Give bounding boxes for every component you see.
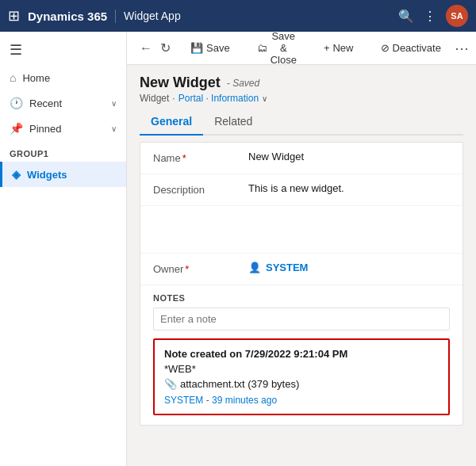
owner-name: SYSTEM	[266, 262, 308, 273]
toolbar-more-icon[interactable]: ⋯	[451, 36, 472, 60]
more-icon[interactable]: ⋮	[424, 9, 436, 24]
sidebar-item-pinned-label: Pinned	[29, 123, 61, 135]
attachment-filename[interactable]: attachment.txt (379 bytes)	[180, 378, 299, 390]
pin-icon: 📌	[10, 122, 23, 135]
deactivate-button[interactable]: ⊘ Deactivate	[374, 38, 448, 58]
chevron-down-icon: ∨	[111, 99, 117, 108]
search-icon[interactable]: 🔍	[398, 9, 414, 24]
deactivate-icon: ⊘	[381, 42, 390, 54]
main-layout: ☰ ⌂ Home 🕐 Recent ∨ 📌 Pinned ∨ Group1 ◈ …	[0, 32, 476, 466]
breadcrumb-part2[interactable]: Portal · Information	[178, 93, 259, 104]
refresh-button[interactable]: ↻	[157, 37, 174, 59]
main-content: ← ↻ 💾 Save 🗂 Save & Close + New ⊘ Deacti…	[127, 32, 476, 466]
owner-label: Owner*	[153, 262, 248, 275]
note-date: Note created on 7/29/2022 9:21:04 PM	[164, 348, 439, 360]
note-time-ago[interactable]: 39 minutes ago	[212, 395, 277, 406]
note-card: Note created on 7/29/2022 9:21:04 PM *WE…	[153, 338, 450, 415]
home-icon: ⌂	[10, 71, 16, 84]
group-label: Group1	[0, 141, 126, 162]
widgets-icon: ◈	[12, 168, 21, 181]
app-name: Widget App	[124, 10, 390, 22]
note-footer: SYSTEM - 39 minutes ago	[164, 395, 439, 406]
record-header: New Widget - Saved Widget · Portal · Inf…	[140, 74, 463, 104]
record-title-row: New Widget - Saved	[140, 74, 463, 91]
owner-person-icon: 👤	[248, 262, 261, 273]
sidebar-item-home[interactable]: ⌂ Home	[0, 65, 126, 90]
hamburger-icon[interactable]: ☰	[0, 35, 126, 65]
breadcrumb-chevron-icon[interactable]: ∨	[262, 94, 267, 103]
topbar-icons: 🔍 ⋮ SA	[398, 5, 468, 27]
save-button[interactable]: 💾 Save	[183, 38, 237, 58]
attachment-icon: 📎	[164, 378, 177, 390]
back-button[interactable]: ←	[136, 38, 155, 59]
save-close-label: Save & Close	[271, 32, 297, 66]
note-separator: -	[206, 395, 212, 406]
deactivate-label: Deactivate	[393, 42, 441, 54]
sidebar-item-widgets-label: Widgets	[27, 169, 67, 181]
record-saved-status: - Saved	[227, 78, 259, 89]
sidebar-item-recent[interactable]: 🕐 Recent ∨	[0, 90, 126, 116]
name-required-indicator: *	[182, 152, 186, 164]
owner-required-indicator: *	[185, 263, 189, 275]
top-navigation-bar: ⊞ Dynamics 365 Widget App 🔍 ⋮ SA	[0, 0, 476, 32]
form-row-name: Name* New Widget	[140, 143, 463, 174]
sidebar-item-widgets[interactable]: ◈ Widgets	[0, 162, 126, 187]
breadcrumb-sep: ·	[172, 93, 175, 104]
name-value[interactable]: New Widget	[248, 151, 450, 162]
tab-related[interactable]: Related	[203, 110, 263, 136]
save-close-icon: 🗂	[257, 42, 267, 54]
app-title: Dynamics 365	[28, 10, 116, 23]
new-button[interactable]: + New	[317, 38, 361, 58]
notes-section-label: NOTES	[153, 293, 450, 303]
note-attachment-row: 📎 attachment.txt (379 bytes)	[164, 378, 439, 390]
description-label: Description	[153, 182, 248, 196]
sidebar-item-home-label: Home	[22, 72, 50, 84]
form-row-owner: Owner* 👤 SYSTEM	[140, 254, 463, 285]
form-card: Name* New Widget Description This is a n…	[140, 142, 463, 426]
form-row-description: Description This is a new widget.	[140, 174, 463, 206]
sidebar-item-pinned[interactable]: 📌 Pinned ∨	[0, 116, 126, 141]
save-icon: 💾	[190, 42, 203, 54]
record-title: New Widget	[140, 74, 221, 91]
toolbar: ← ↻ 💾 Save 🗂 Save & Close + New ⊘ Deacti…	[127, 32, 476, 65]
empty-row	[140, 206, 463, 254]
breadcrumb-part1: Widget	[140, 93, 169, 104]
chevron-down-icon-2: ∨	[111, 124, 117, 133]
owner-value[interactable]: 👤 SYSTEM	[248, 262, 450, 273]
sidebar: ☰ ⌂ Home 🕐 Recent ∨ 📌 Pinned ∨ Group1 ◈ …	[0, 32, 127, 466]
recent-icon: 🕐	[10, 97, 23, 109]
note-source: *WEB*	[164, 363, 439, 375]
tab-general[interactable]: General	[140, 110, 203, 136]
notes-section: NOTES	[140, 285, 463, 330]
sidebar-item-recent-label: Recent	[29, 97, 62, 109]
save-label: Save	[206, 42, 230, 54]
notes-input[interactable]	[153, 307, 450, 330]
nav-buttons: ← ↻	[136, 37, 174, 59]
waffle-icon[interactable]: ⊞	[8, 7, 20, 25]
new-label: New	[332, 42, 353, 54]
description-value[interactable]: This is a new widget.	[248, 182, 450, 194]
save-close-button[interactable]: 🗂 Save & Close	[250, 32, 304, 70]
breadcrumb: Widget · Portal · Information ∨	[140, 93, 463, 104]
content-area: New Widget - Saved Widget · Portal · Inf…	[127, 65, 476, 466]
note-author-link[interactable]: SYSTEM	[164, 395, 203, 406]
new-icon: +	[324, 42, 330, 54]
name-label: Name*	[153, 151, 248, 164]
form-tabs: General Related	[140, 110, 463, 136]
avatar[interactable]: SA	[446, 5, 468, 27]
